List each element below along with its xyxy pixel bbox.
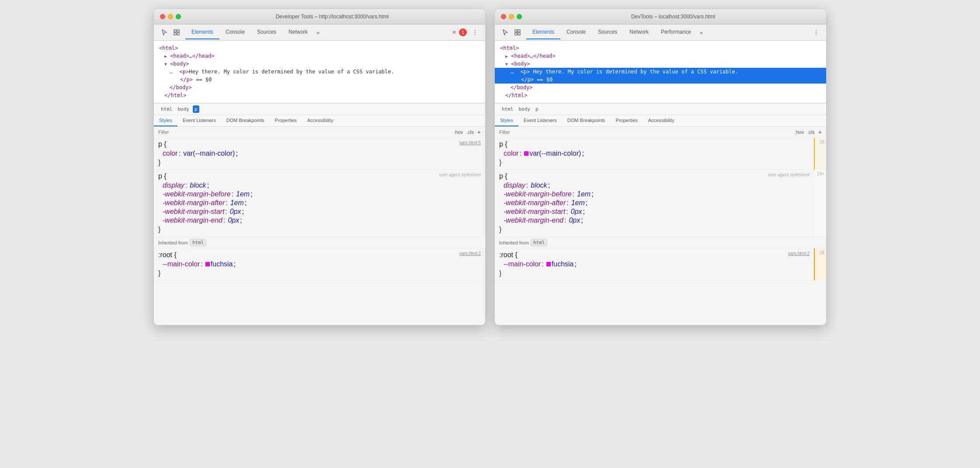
styles-tab-accessibility-1[interactable]: Accessibility [302,115,339,126]
bc-html-1[interactable]: html [159,105,174,113]
source-link-root-2[interactable]: vars.html:2 [788,251,810,256]
bc-body-1[interactable]: body [176,105,191,113]
triangle-body[interactable]: ▼ [164,62,167,66]
menu-dots-2[interactable]: ⋮ [810,26,823,38]
minimize-button-1[interactable] [168,14,173,19]
bc-p-1[interactable]: p [193,105,199,113]
main-tabs-2: Elements Console Sources Network Perform… [526,25,808,39]
dom-line-html-close-2: </html> [495,91,826,99]
hov-button-1[interactable]: :hov [454,129,463,135]
styles-tab-eventlisteners-1[interactable]: Event Listeners [177,115,221,126]
styles-tab-styles-1[interactable]: Styles [154,115,177,126]
color-swatch-fuchsia-2[interactable] [524,151,528,156]
more-tabs-icon-2[interactable]: » [697,26,705,39]
css-scroll-area-1[interactable]: p { vars.html:5 color : var(--main-color… [154,138,485,325]
dom-line-p-selected-2[interactable]: … <p> Hey there. My color is determined … [495,68,826,76]
prop-color-2: color : var(--main-color) ; [495,149,814,158]
prop-margin-after-1: -webkit-margin-after : 1em; [154,199,485,207]
prop-margin-start-1: -webkit-margin-start : 0px; [154,207,485,216]
styles-tab-properties-2[interactable]: Properties [611,115,643,126]
tab-console-2[interactable]: Console [560,25,592,39]
triangle-body-2[interactable]: ▼ [505,62,508,66]
bc-p-2[interactable]: p [534,105,540,113]
inherited-tag-2[interactable]: html [531,239,548,246]
tab-elements-1[interactable]: Elements [185,25,219,39]
svg-rect-6 [515,33,517,35]
styles-tabs-1: Styles Event Listeners DOM Breakpoints P… [154,115,485,127]
source-link-root-1[interactable]: vars.html:2 [459,251,481,256]
add-rule-button-1[interactable]: + [477,129,481,136]
prop-main-color-2: --main-color : fuchsia ; [495,260,814,269]
filter-input-2[interactable] [499,129,792,135]
more-tabs-icon-1[interactable]: » [314,26,322,39]
line-num-24x: 24× [817,170,824,176]
closing-brace-root-2: } [495,269,814,278]
bc-html-2[interactable]: html [500,105,515,113]
triangle-head-2[interactable]: ▶ [505,54,508,59]
dom-line-body-2[interactable]: ▼ <body> [495,60,826,68]
color-swatch-fuchsia-root-2[interactable] [546,262,551,266]
window-title-2: DevTools – localhost:3000/vars.html [526,14,820,20]
styles-section-1: Styles Event Listeners DOM Breakpoints P… [154,115,485,325]
add-rule-button-2[interactable]: + [818,129,822,136]
close-button-1[interactable] [160,14,165,19]
inspector-icon[interactable] [171,27,182,38]
styles-tab-eventlisteners-2[interactable]: Event Listeners [518,115,562,126]
svg-rect-4 [515,30,517,32]
color-swatch-fuchsia-1[interactable] [205,262,210,266]
tab-network-2[interactable]: Network [623,25,655,39]
hov-button-2[interactable]: :hov [795,129,804,135]
dom-line-html: <html> [154,44,485,52]
dom-tree-1: <html> ▶ <head>…</head> ▼ <body> … <p>He… [154,41,485,103]
dom-line-head[interactable]: ▶ <head>…</head> [154,52,485,60]
tab-elements-2[interactable]: Elements [526,25,560,39]
styles-tab-dombreakpoints-2[interactable]: DOM Breakpoints [562,115,611,126]
cursor-icon[interactable] [159,27,170,38]
toolbar-1: Elements Console Sources Network » ✕ 1 ⋮ [154,24,485,41]
tab-console-1[interactable]: Console [219,25,251,39]
dom-line-head-2[interactable]: ▶ <head>…</head> [495,52,826,60]
maximize-button-2[interactable] [517,14,522,19]
inherited-header-2: Inherited from html [495,237,826,248]
filter-input-1[interactable] [158,129,452,135]
inherited-tag-1[interactable]: html [190,239,207,246]
cursor-icon-2[interactable] [500,27,511,38]
styles-tab-properties-1[interactable]: Properties [270,115,302,126]
inspector-icon-2[interactable] [512,27,523,38]
styles-tab-accessibility-2[interactable]: Accessibility [643,115,680,126]
line-num-sidebar-root-2: 16 [814,248,826,280]
devtools-content-1: <html> ▶ <head>…</head> ▼ <body> … <p>He… [154,41,485,325]
prop-margin-after-2: -webkit-margin-after : 1em; [495,199,814,207]
rule-header-root-1: :root { vars.html:2 [154,250,485,260]
minimize-button-2[interactable] [509,14,514,19]
cls-button-1[interactable]: .cls [466,129,474,135]
dom-line-html-2: <html> [495,44,826,52]
tab-performance-2[interactable]: Performance [655,25,697,39]
dom-line-p-close: </p> == $0 [154,76,485,84]
triangle-head[interactable]: ▶ [164,54,167,59]
dom-panel-1: <html> ▶ <head>…</head> ▼ <body> … <p>He… [154,41,485,115]
menu-dots-1[interactable]: ⋮ [469,26,482,38]
tab-network-1[interactable]: Network [282,25,314,39]
css-rule-p-ua-2: p { user agent stylesheet display : bloc… [495,170,814,237]
maximize-button-1[interactable] [176,14,181,19]
dom-line-body[interactable]: ▼ <body> [154,60,485,68]
close-button-2[interactable] [501,14,506,19]
dom-line-ellipsis: … <p>Hey there. My color is determined b… [154,68,485,76]
filter-bar-1: :hov .cls + [154,127,485,138]
selector-root-2: :root { [499,251,518,259]
css-rule-p-ua-2-wrapper: p { user agent stylesheet display : bloc… [495,170,826,237]
dom-line-p-close-selected-2[interactable]: </p> == $0 [495,76,826,84]
cls-button-2[interactable]: .cls [807,129,815,135]
closing-brace-root-1: } [154,269,485,278]
source-link-1[interactable]: vars.html:5 [459,140,481,145]
styles-tabs-2: Styles Event Listeners DOM Breakpoints P… [495,115,826,127]
bc-body-2[interactable]: body [517,105,532,113]
tab-sources-2[interactable]: Sources [592,25,623,39]
main-tabs-1: Elements Console Sources Network » [185,25,450,39]
prop-color-1: color : var(--main-color) ; [154,149,485,158]
css-scroll-area-2[interactable]: p { color : var(--main-color) ; } [495,138,826,325]
styles-tab-dombreakpoints-1[interactable]: DOM Breakpoints [221,115,270,126]
tab-sources-1[interactable]: Sources [251,25,282,39]
styles-tab-styles-2[interactable]: Styles [495,115,518,126]
